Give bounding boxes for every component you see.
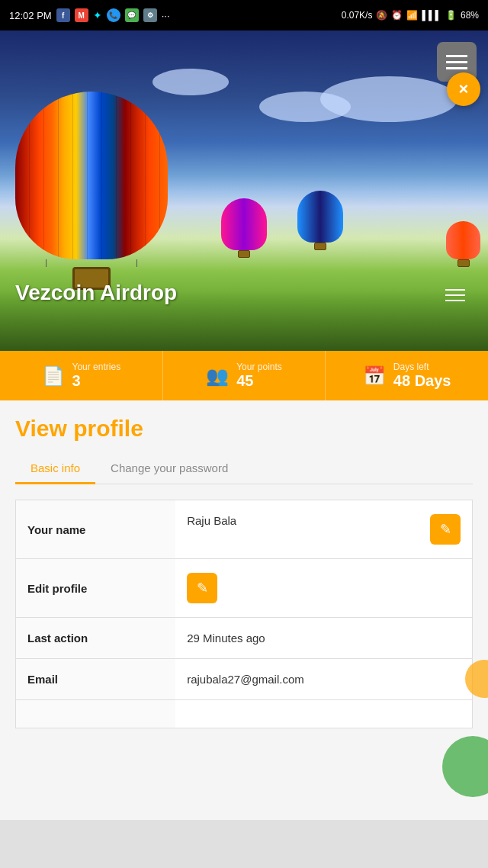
- hero-menu-button[interactable]: [445, 281, 473, 309]
- days-label: Days left: [393, 362, 451, 372]
- balloon-2: [221, 198, 267, 259]
- label-edit-profile: Edit profile: [16, 559, 176, 618]
- days-value: 48 Days: [393, 372, 451, 390]
- value-empty: [175, 700, 472, 728]
- label-email: Email: [16, 659, 176, 700]
- close-button[interactable]: ×: [447, 72, 480, 106]
- status-dots: ···: [162, 10, 170, 21]
- edit-profile-icon: ✎: [197, 580, 208, 596]
- balloon-body-3: [297, 191, 343, 243]
- profile-table: Your name Raju Bala ✎ Edit profile ✎: [15, 500, 473, 728]
- alarm-icon: ⏰: [391, 10, 403, 21]
- days-icon: 📅: [363, 365, 386, 387]
- balloon-3: [297, 191, 343, 252]
- basic-info-label: Basic info: [30, 461, 80, 474]
- cloud-2: [259, 92, 351, 122]
- entries-value: 3: [72, 372, 121, 390]
- value-edit-profile: ✎: [175, 559, 472, 618]
- main-balloon: [15, 92, 168, 290]
- name-text: Raju Bala: [187, 514, 236, 527]
- table-row-empty: [16, 700, 473, 728]
- balloon-ropes: [15, 259, 168, 267]
- balloon-stripe: [15, 92, 168, 259]
- tab-change-password[interactable]: Change your password: [95, 454, 243, 484]
- balloon-small-3: [297, 191, 343, 252]
- days-text: Days left 48 Days: [393, 362, 451, 390]
- balloon-basket-3: [314, 243, 326, 250]
- hero-menu-line-2: [445, 294, 465, 296]
- network-speed: 0.07K/s: [342, 10, 373, 21]
- gmail-icon: M: [75, 8, 88, 22]
- stat-points: 👥 Your points 45: [163, 351, 326, 400]
- status-bar: 12:02 PM f M ✦ 📞 💬 ⚙ ··· 0.07K/s 🔕 ⏰ 📶 ▌…: [0, 0, 488, 31]
- mute-icon: 🔕: [376, 10, 387, 21]
- battery-icon: 🔋: [445, 10, 457, 21]
- balloon-4: [446, 221, 480, 267]
- stats-bar: 📄 Your entries 3 👥 Your points 45 📅 Days…: [0, 351, 488, 400]
- rope-right: [136, 259, 137, 267]
- status-left: 12:02 PM f M ✦ 📞 💬 ⚙ ···: [9, 8, 170, 22]
- rope-left: [46, 259, 47, 267]
- profile-tabs: Basic info Change your password: [15, 454, 473, 484]
- profile-section: View profile Basic info Change your pass…: [0, 400, 488, 820]
- balloon-body-4: [446, 221, 480, 259]
- star-icon: ✦: [93, 9, 102, 21]
- phone-icon: 📞: [107, 8, 120, 22]
- hero-title: Vezcoin Airdrop: [15, 281, 177, 305]
- menu-line-3: [446, 67, 467, 69]
- table-row-last-action: Last action 29 Minutes ago: [16, 618, 473, 659]
- entries-text: Your entries 3: [72, 362, 121, 390]
- stat-days: 📅 Days left 48 Days: [326, 351, 488, 400]
- signal-icon: ▌▌▌: [422, 10, 441, 21]
- edit-name-icon: ✎: [440, 521, 451, 538]
- green-circle-decoration: [442, 736, 488, 797]
- label-last-action: Last action: [16, 618, 176, 659]
- menu-line-2: [446, 61, 467, 63]
- balloon-body: [15, 92, 168, 259]
- wifi-icon: 📶: [406, 10, 418, 21]
- value-name: Raju Bala ✎: [175, 500, 472, 559]
- menu-line-1: [446, 55, 467, 57]
- label-name: Your name: [16, 500, 176, 559]
- value-last-action: 29 Minutes ago: [175, 618, 472, 659]
- status-right: 0.07K/s 🔕 ⏰ 📶 ▌▌▌ 🔋 68%: [342, 10, 479, 21]
- table-row-name: Your name Raju Bala ✎: [16, 500, 473, 559]
- change-password-label: Change your password: [111, 461, 228, 474]
- table-row-edit-profile: Edit profile ✎: [16, 559, 473, 618]
- table-row-email: Email rajubala27@gmail.com: [16, 659, 473, 700]
- status-time: 12:02 PM: [9, 10, 52, 21]
- value-email: rajubala27@gmail.com: [175, 659, 472, 700]
- hero-menu-line-1: [445, 289, 465, 291]
- balloon-small-2: [221, 198, 267, 259]
- hero-menu-line-3: [445, 300, 465, 301]
- facebook-icon: f: [56, 8, 70, 22]
- battery-level: 68%: [461, 10, 479, 21]
- settings-icon: ⚙: [143, 8, 157, 22]
- balloon-body-2: [221, 198, 267, 250]
- balloon-basket-4: [458, 259, 470, 267]
- hero-section: Vezcoin Airdrop: [0, 31, 488, 351]
- points-icon: 👥: [206, 365, 229, 387]
- close-icon: ×: [459, 79, 469, 99]
- entries-icon: 📄: [42, 365, 65, 387]
- view-profile-title: View profile: [15, 416, 473, 442]
- edit-name-button[interactable]: ✎: [430, 514, 461, 545]
- stat-entries: 📄 Your entries 3: [0, 351, 163, 400]
- tab-basic-info[interactable]: Basic info: [15, 454, 95, 484]
- entries-label: Your entries: [72, 362, 121, 372]
- points-value: 45: [236, 372, 282, 390]
- points-text: Your points 45: [236, 362, 282, 390]
- edit-profile-button[interactable]: ✎: [187, 573, 217, 603]
- balloon-basket-2: [238, 250, 250, 258]
- points-label: Your points: [236, 362, 282, 372]
- messages-icon: 💬: [125, 8, 139, 22]
- label-empty: [16, 700, 176, 728]
